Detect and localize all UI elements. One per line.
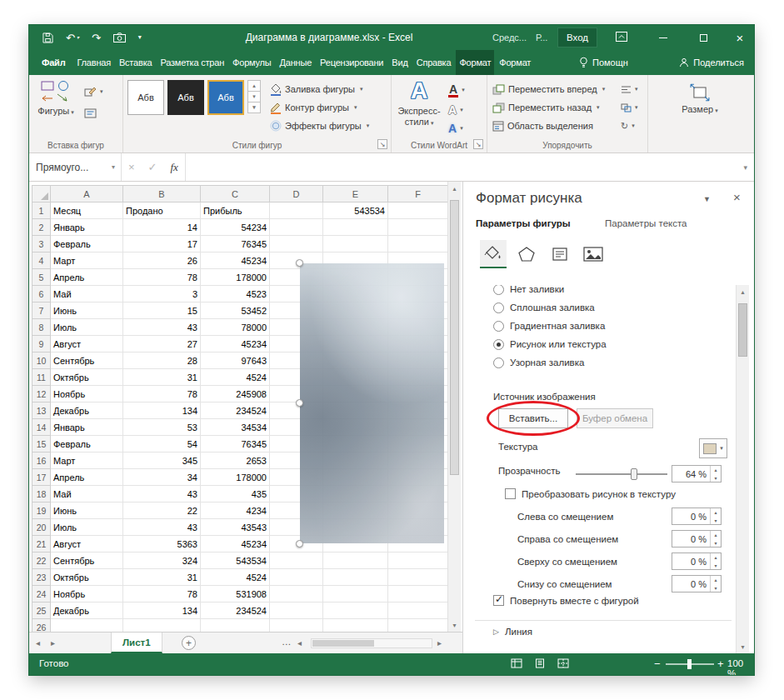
cell-B25[interactable]: 134 xyxy=(123,602,201,619)
text-effects-button[interactable]: А▾ xyxy=(448,120,463,137)
cell-B5[interactable]: 78 xyxy=(123,269,201,286)
cell-B16[interactable]: 345 xyxy=(123,452,201,469)
spinner-buttons[interactable]: ▴▾ xyxy=(710,531,721,547)
rotate-with-shape-checkbox[interactable]: Повернуть вместе с фигурой xyxy=(493,595,639,606)
cell-F23[interactable] xyxy=(388,569,448,586)
cell-A18[interactable]: Май xyxy=(51,486,123,502)
cell-B6[interactable]: 3 xyxy=(123,286,201,302)
offset-spinbox[interactable]: 0 %▴▾ xyxy=(672,530,722,548)
row-header-16[interactable]: 16 xyxy=(32,452,51,469)
cell-F22[interactable] xyxy=(388,552,448,569)
cell-A1[interactable]: Месяц xyxy=(51,202,123,219)
cell-B4[interactable]: 26 xyxy=(123,252,201,269)
row-header-24[interactable]: 24 xyxy=(32,586,51,602)
cell-C19[interactable]: 4234 xyxy=(201,502,270,519)
pane-close-icon[interactable]: × xyxy=(733,190,741,204)
texture-dropdown[interactable]: ▾ xyxy=(699,438,727,458)
picture-icon[interactable] xyxy=(580,240,607,268)
cell-E2[interactable] xyxy=(323,219,388,236)
row-header-23[interactable]: 23 xyxy=(32,569,51,586)
cell-E26[interactable] xyxy=(323,619,388,632)
ribbon-tab-5[interactable]: Данные xyxy=(277,50,316,75)
cell-E23[interactable] xyxy=(323,569,388,586)
ribbon-tab-9[interactable]: Формат xyxy=(456,50,494,75)
clipboard-button[interactable]: Буфер обмена xyxy=(577,408,653,428)
cell-A20[interactable]: Июль xyxy=(51,519,123,536)
checkbox-icon[interactable] xyxy=(505,488,516,499)
radio-icon[interactable] xyxy=(493,358,504,368)
vertical-scrollbar[interactable]: ▴ ▾ xyxy=(447,182,461,632)
spinner-buttons[interactable]: ▴▾ xyxy=(710,553,721,569)
cell-C26[interactable] xyxy=(201,619,270,632)
cell-D25[interactable] xyxy=(270,602,323,619)
cell-C10[interactable]: 97643 xyxy=(201,352,270,369)
column-header-A[interactable]: A xyxy=(51,186,123,202)
cell-C4[interactable]: 45234 xyxy=(201,252,270,269)
line-section-toggle[interactable]: ▷ Линия xyxy=(493,627,532,637)
shape-style-preset-2[interactable]: Абв xyxy=(167,80,204,115)
row-header-1[interactable]: 1 xyxy=(32,202,51,219)
cell-E24[interactable] xyxy=(323,586,388,602)
sign-in-button[interactable]: Вход xyxy=(557,28,597,48)
cell-B21[interactable]: 5363 xyxy=(123,536,201,552)
save-icon[interactable] xyxy=(42,32,53,43)
cell-D1[interactable] xyxy=(270,202,323,219)
insert-function-icon[interactable]: fx xyxy=(171,161,178,174)
cell-B14[interactable]: 53 xyxy=(123,419,201,436)
pane-scrollbar[interactable]: ▴ ▾ xyxy=(736,285,749,653)
pane-scrollbar-thumb[interactable] xyxy=(738,303,747,357)
effects-icon[interactable] xyxy=(513,240,540,268)
spinner-buttons[interactable]: ▴▾ xyxy=(710,466,721,482)
cell-A15[interactable]: Февраль xyxy=(51,436,123,452)
name-box[interactable]: Прямоуго... xyxy=(29,153,106,181)
row-header-10[interactable]: 10 xyxy=(32,352,51,369)
page-break-view-icon[interactable] xyxy=(557,658,569,668)
row-header-9[interactable]: 9 xyxy=(32,336,51,352)
text-box-button[interactable] xyxy=(84,105,97,122)
pane-tab-text-options[interactable]: Параметры текста xyxy=(605,218,687,228)
row-header-11[interactable]: 11 xyxy=(32,369,51,386)
bring-forward-button[interactable]: Переместить вперед▾ xyxy=(492,81,605,98)
cell-A9[interactable]: Август xyxy=(51,336,123,352)
cell-D22[interactable] xyxy=(270,552,323,569)
cell-E25[interactable] xyxy=(323,602,388,619)
shape-fill-button[interactable]: Заливка фигуры▾ xyxy=(270,81,363,98)
row-header-13[interactable]: 13 xyxy=(32,402,51,419)
transparency-slider-thumb[interactable] xyxy=(631,468,637,480)
cell-C17[interactable]: 178000 xyxy=(201,469,270,486)
cell-B26[interactable] xyxy=(123,619,201,632)
horizontal-scrollbar-thumb[interactable] xyxy=(312,640,374,647)
ribbon-tab-1[interactable]: Главная xyxy=(73,50,113,75)
send-backward-button[interactable]: Переместить назад▾ xyxy=(492,99,600,116)
ribbon-tab-7[interactable]: Вид xyxy=(388,50,411,75)
column-header-B[interactable]: B xyxy=(123,186,201,202)
contextual-tab-group-2[interactable]: Р... xyxy=(536,25,547,50)
cell-A22[interactable]: Сентябрь xyxy=(51,552,123,569)
cell-A19[interactable]: Июнь xyxy=(51,502,123,519)
cell-A23[interactable]: Октябрь xyxy=(51,569,123,586)
sheet-nav-next-icon[interactable]: ▸ xyxy=(51,638,55,648)
cell-D24[interactable] xyxy=(270,586,323,602)
fill-line-icon[interactable] xyxy=(480,240,507,268)
cell-E1[interactable]: 543534 xyxy=(323,202,388,219)
cell-B7[interactable]: 15 xyxy=(123,302,201,319)
radio-icon[interactable] xyxy=(493,285,504,295)
row-header-5[interactable]: 5 xyxy=(32,269,51,286)
row-header-26[interactable]: 26 xyxy=(32,619,51,632)
row-header-19[interactable]: 19 xyxy=(32,502,51,519)
cell-D2[interactable] xyxy=(270,219,323,236)
row-header-2[interactable]: 2 xyxy=(32,219,51,236)
cell-A8[interactable]: Июль xyxy=(51,319,123,336)
shape-resize-handle[interactable] xyxy=(296,540,303,548)
text-fill-button[interactable]: А▾ xyxy=(448,82,465,98)
ribbon-tab-0[interactable]: Файл xyxy=(35,50,72,75)
cell-D3[interactable] xyxy=(270,236,323,252)
pane-options-chevron-icon[interactable]: ▼ xyxy=(703,195,711,203)
cell-B11[interactable]: 31 xyxy=(123,369,201,386)
minimize-button[interactable] xyxy=(649,25,677,50)
radio-icon[interactable] xyxy=(493,302,504,313)
gallery-up-icon[interactable]: ▴ xyxy=(247,80,261,92)
row-header-17[interactable]: 17 xyxy=(32,469,51,486)
redo-button[interactable]: ↷ xyxy=(92,32,101,43)
fill-option-1[interactable]: Сплошная заливка xyxy=(493,298,730,317)
